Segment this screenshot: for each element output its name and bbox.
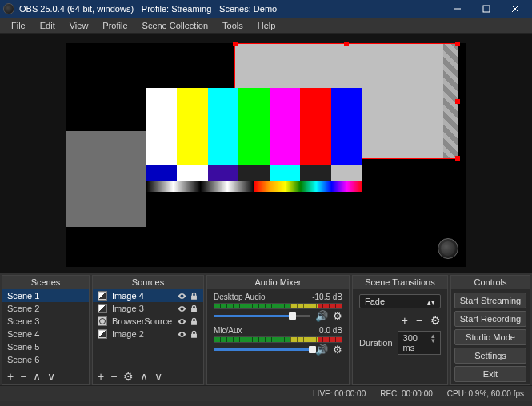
duration-label: Duration [359,338,393,348]
menu-tools[interactable]: Tools [216,19,250,32]
controls-panel: Controls Start Streaming Start Recording… [450,275,530,385]
menu-scene-collection[interactable]: Scene Collection [136,19,215,32]
lock-toggle-icon[interactable] [190,304,198,313]
audio-meter [214,336,342,343]
browser-source-icon [98,316,107,326]
sources-list[interactable]: Image 4 Image 3 BrowserSou [93,289,203,340]
status-cpu: CPU: 0.9%, 60.00 fps [447,389,524,398]
resize-handle-e[interactable] [455,99,460,104]
preview-area[interactable] [0,34,532,273]
source-label: Image 4 [112,291,144,301]
scene-item[interactable]: Scene 4 [2,328,89,340]
audio-meter [214,303,342,309]
remove-source-button[interactable]: − [110,371,117,382]
scenes-list[interactable]: Scene 1 Scene 2 Scene 3 Scene 4 Scene 5 … [2,289,89,368]
status-bar: LIVE: 00:00:00 REC: 00:00:00 CPU: 0.9%, … [0,385,532,401]
transitions-title: Scene Transitions [353,276,447,289]
scenes-panel: Scenes Scene 1 Scene 2 Scene 3 Scene 4 S… [2,275,90,385]
remove-transition-button[interactable]: − [416,315,422,326]
image-source-icon [98,291,107,301]
mixer-channel-db: -10.5 dB [312,293,342,301]
source-properties-button[interactable]: ⚙ [123,371,134,382]
image-source-icon [98,329,107,339]
menu-help[interactable]: Help [251,19,282,32]
close-button[interactable] [502,0,529,18]
mute-button-icon[interactable]: 🔊 [315,311,328,321]
mute-button-icon[interactable]: 🔊 [315,344,328,355]
mixer-channel: Desktop Audio -10.5 dB 🔊 ⚙ [207,289,349,323]
add-source-button[interactable]: + [98,371,104,382]
audio-mixer-panel: Audio Mixer Desktop Audio -10.5 dB 🔊 ⚙ M… [206,275,350,385]
audio-mixer-title: Audio Mixer [207,276,349,289]
dropdown-arrows-icon: ▴▾ [427,297,435,306]
lock-toggle-icon[interactable] [190,330,198,339]
minimize-button[interactable] [444,0,471,18]
status-rec: REC: 00:00:00 [380,389,433,398]
source-label: Image 2 [112,329,144,339]
controls-title: Controls [451,276,530,289]
volume-slider[interactable] [214,348,310,351]
mixer-channel-db: 0.0 dB [319,326,342,335]
remove-scene-button[interactable]: − [20,371,26,382]
scene-item[interactable]: Scene 5 [2,340,89,353]
resize-handle-n[interactable] [344,42,349,46]
add-scene-button[interactable]: + [7,371,14,382]
obs-watermark-icon [438,238,458,259]
transition-properties-button[interactable]: ⚙ [430,315,441,326]
scene-down-button[interactable]: ∨ [47,371,55,382]
resize-handle-se[interactable] [455,156,460,161]
source-up-button[interactable]: ∧ [140,371,148,382]
studio-mode-button[interactable]: Studio Mode [454,329,526,345]
scene-item[interactable]: Scene 1 [2,289,89,302]
transition-selected: Fade [365,297,385,306]
scene-up-button[interactable]: ∧ [33,371,41,382]
color-bars-source [146,88,362,192]
resize-handle-ne[interactable] [455,42,460,46]
maximize-button[interactable] [473,0,500,18]
visibility-toggle-icon[interactable] [178,317,186,326]
menu-file[interactable]: File [5,19,32,32]
start-recording-button[interactable]: Start Recording [454,311,526,327]
duration-value: 300 ms [403,333,431,352]
lock-toggle-icon[interactable] [190,292,198,301]
preview-canvas[interactable] [66,43,466,267]
transitions-panel: Scene Transitions Fade ▴▾ + − ⚙ Duration… [352,275,448,385]
mixer-channel-name: Mic/Aux [214,326,242,335]
window-title: OBS 25.0.4 (64-bit, windows) - Profile: … [19,4,277,14]
source-label: BrowserSource [112,316,172,326]
spinner-arrows-icon[interactable]: ▴▾ [431,333,435,352]
scene-item[interactable]: Scene 2 [2,302,89,315]
visibility-toggle-icon[interactable] [178,292,186,301]
menu-edit[interactable]: Edit [34,19,62,32]
source-item[interactable]: Image 2 [93,328,203,340]
duration-input[interactable]: 300 ms ▴▾ [398,331,441,355]
lock-toggle-icon[interactable] [190,317,198,326]
svg-rect-1 [483,6,490,12]
channel-settings-icon[interactable]: ⚙ [333,344,342,355]
source-label: Image 3 [112,304,144,313]
bg-block [66,131,146,227]
visibility-toggle-icon[interactable] [178,330,186,339]
menu-profile[interactable]: Profile [96,19,134,32]
mixer-channel: Mic/Aux 0.0 dB 🔊 ⚙ [207,323,349,356]
scene-item[interactable]: Scene 6 [2,353,89,366]
scene-item[interactable]: Scene 3 [2,315,89,328]
mixer-channel-name: Desktop Audio [214,293,266,301]
source-item[interactable]: Image 3 [93,302,203,315]
volume-slider[interactable] [214,315,310,317]
menu-view[interactable]: View [63,19,95,32]
sources-panel: Sources Image 4 Image 3 [92,275,204,385]
docks-row: Scenes Scene 1 Scene 2 Scene 3 Scene 4 S… [0,273,532,385]
settings-button[interactable]: Settings [454,348,526,364]
transition-select[interactable]: Fade ▴▾ [359,294,441,308]
source-item[interactable]: BrowserSource [93,315,203,328]
channel-settings-icon[interactable]: ⚙ [333,311,342,321]
image-source-icon [98,304,107,313]
visibility-toggle-icon[interactable] [178,304,186,313]
start-streaming-button[interactable]: Start Streaming [454,293,526,308]
add-transition-button[interactable]: + [402,315,408,326]
source-item[interactable]: Image 4 [93,289,203,302]
source-down-button[interactable]: ∨ [154,371,162,382]
exit-button[interactable]: Exit [454,366,526,382]
resize-handle-nw[interactable] [233,42,238,46]
